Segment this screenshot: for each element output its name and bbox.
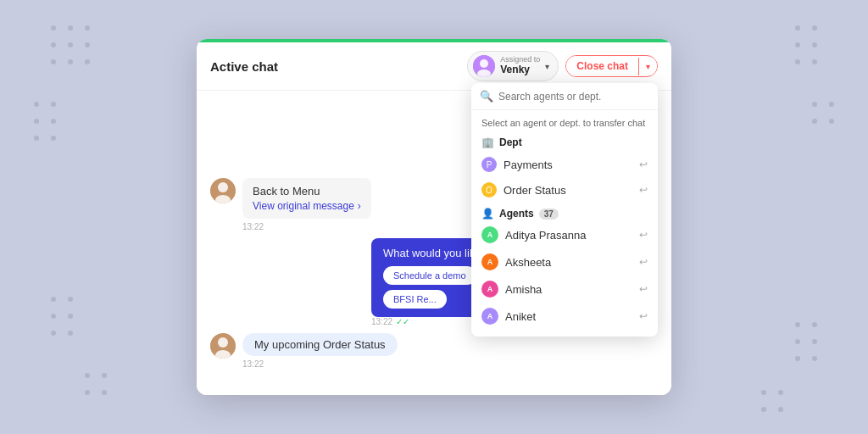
transfer-icon-aniket: ↩ — [639, 310, 648, 322]
avatar — [473, 55, 495, 77]
transfer-icon-payments: ↩ — [639, 159, 648, 170]
assigned-name: Venky — [500, 64, 540, 75]
chat-window: Active chat Assigned to Venky — [197, 39, 671, 395]
transfer-icon-aditya: ↩ — [639, 229, 648, 241]
page-title: Active chat — [210, 59, 278, 74]
agent-avatar-amisha: A — [481, 281, 498, 298]
agent-item-amisha[interactable]: A Amisha ↩ — [471, 275, 658, 303]
agent-item-aniket[interactable]: A Aniket ↩ — [471, 303, 658, 330]
search-input[interactable] — [498, 91, 649, 103]
svg-point-1 — [480, 59, 488, 68]
schedule-demo-button[interactable]: Schedule a demo — [383, 266, 476, 285]
dept-payments-left: P Payments — [481, 157, 553, 172]
user-avatar-1 — [210, 178, 236, 203]
order-label: Order Status — [504, 184, 566, 197]
agent-avatar-aksheeta: A — [481, 253, 498, 270]
dept-payments-item[interactable]: P Payments ↩ — [471, 152, 658, 177]
agent-item-aksheeta[interactable]: A Aksheeta ↩ — [471, 248, 658, 275]
agent-aksheeta-left: A Aksheeta — [481, 253, 551, 270]
message-bubble-3: My upcoming Order Status 13:22 — [242, 333, 398, 369]
message-text-1: Back to Menu View original message › — [242, 178, 371, 219]
agent-name-amisha: Amisha — [505, 283, 542, 296]
agent-amisha-left: A Amisha — [481, 281, 542, 298]
search-icon: 🔍 — [480, 90, 493, 103]
transfer-icon-aksheeta: ↩ — [639, 256, 648, 268]
order-badge: My upcoming Order Status — [242, 333, 398, 356]
payments-label: Payments — [504, 159, 553, 171]
agent-name-aniket: Aniket — [505, 310, 536, 323]
header-actions: Assigned to Venky ▾ Close chat ▾ — [467, 51, 658, 81]
agents-section-label: 👤 Agents 37 — [471, 203, 658, 221]
message-row-3: My upcoming Order Status 13:22 — [210, 333, 658, 369]
dept-icon: 🏢 — [481, 136, 494, 148]
order-icon: O — [481, 182, 497, 198]
agent-icon: 👤 — [481, 208, 494, 220]
assigned-info: Assigned to Venky — [500, 56, 540, 75]
agent-avatar-aditya: A — [481, 226, 498, 243]
agent-aniket-left: A Aniket — [481, 308, 536, 325]
agent-avatar-aniket: A — [481, 308, 498, 325]
svg-point-10 — [218, 337, 228, 348]
chevron-down-icon: ▾ — [545, 62, 549, 71]
agents-count: 37 — [539, 209, 559, 220]
bot-time: 13:22 — [371, 317, 392, 326]
agent-item-aditya[interactable]: A Aditya Prasanna ↩ — [471, 221, 658, 248]
dept-order-left: O Order Status — [481, 182, 566, 198]
agent-aditya-left: A Aditya Prasanna — [481, 226, 586, 243]
payments-icon: P — [481, 157, 497, 172]
message-bubble-1: Back to Menu View original message › 13:… — [242, 178, 371, 231]
transfer-icon-amisha: ↩ — [639, 283, 648, 295]
dropdown-hint: Select an agent or dept. to transfer cha… — [471, 110, 658, 133]
dept-section-label: 🏢 Dept — [471, 133, 658, 152]
assigned-to-button[interactable]: Assigned to Venky ▾ — [467, 51, 559, 81]
transfer-icon-order: ↩ — [639, 184, 648, 196]
user-avatar-3 — [210, 333, 236, 359]
close-chat-button[interactable]: Close chat — [566, 56, 638, 76]
chevron-right-icon: › — [358, 200, 361, 212]
page-background: Active chat Assigned to Venky — [0, 0, 868, 434]
close-chat-chevron-button[interactable]: ▾ — [638, 58, 657, 75]
agent-name-aditya: Aditya Prasanna — [505, 229, 586, 242]
msg-time-1: 13:22 — [242, 222, 371, 231]
search-bar: 🔍 — [471, 83, 658, 110]
msg-time-3: 13:22 — [242, 359, 398, 369]
bfsi-button[interactable]: BFSI Re... — [383, 290, 447, 309]
agent-name-aksheeta: Aksheeta — [505, 256, 551, 269]
bot-tick-icon: ✓✓ — [396, 317, 409, 326]
svg-point-4 — [218, 182, 228, 192]
view-original-link[interactable]: View original message › — [253, 200, 361, 212]
close-chat-button-group: Close chat ▾ — [565, 55, 658, 77]
dept-order-item[interactable]: O Order Status ↩ — [471, 177, 658, 203]
transfer-dropdown: 🔍 Select an agent or dept. to transfer c… — [471, 83, 658, 337]
